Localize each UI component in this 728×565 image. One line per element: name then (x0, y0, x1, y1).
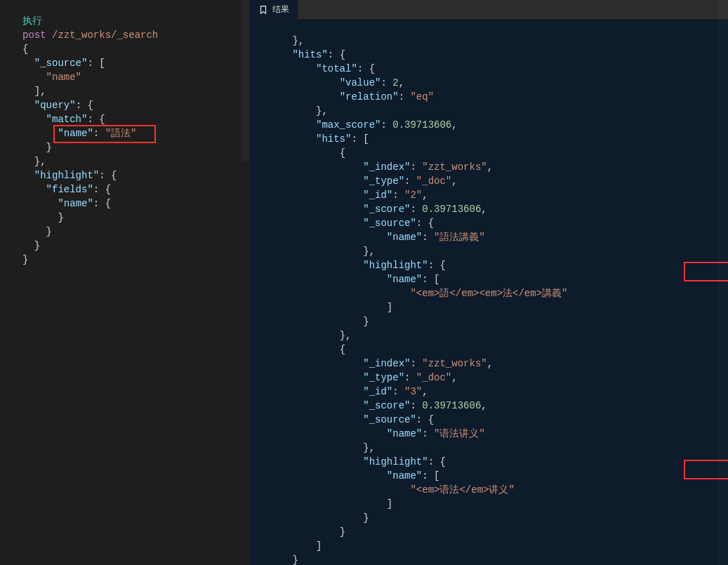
request-code[interactable]: 执行 post /zzt_works/_search { "_source": … (17, 0, 250, 565)
request-editor-panel[interactable]: 执行 post /zzt_works/_search { "_source": … (0, 0, 250, 565)
minimap[interactable] (241, 0, 250, 161)
results-tab[interactable]: 结果 (250, 0, 298, 19)
response-body[interactable]: }, "hits": { "total": { "value": 2, "rel… (257, 20, 728, 565)
results-tab-label: 结果 (272, 4, 289, 15)
response-panel: 结果 }, "hits": { "total": { "value": 2, "… (250, 0, 728, 565)
run-query-link[interactable]: 执行 (22, 15, 42, 27)
bookmark-icon (258, 5, 268, 15)
minimap[interactable] (718, 0, 728, 565)
response-tab-bar: 结果 (250, 0, 728, 20)
http-method: post (22, 29, 46, 41)
request-path: /zzt_works/_search (52, 29, 158, 41)
